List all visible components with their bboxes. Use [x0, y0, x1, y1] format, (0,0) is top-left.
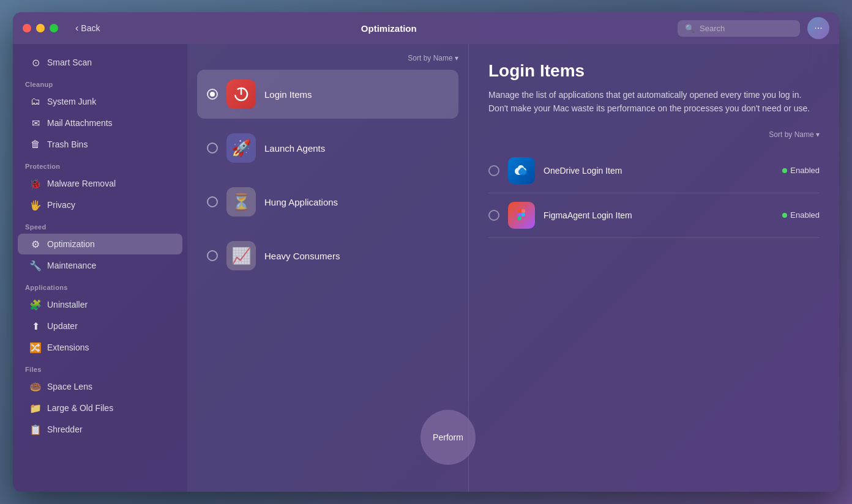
sidebar-item-large-old-files[interactable]: 📁 Large & Old Files — [18, 398, 182, 418]
sidebar-item-shredder[interactable]: 📋 Shredder — [18, 419, 182, 440]
detail-title: Login Items — [488, 61, 820, 81]
sidebar-item-malware-removal[interactable]: 🐞 Malware Removal — [18, 173, 182, 194]
maximize-button[interactable] — [50, 24, 58, 32]
trash-icon: 🗑 — [30, 139, 41, 150]
onedrive-status-label: Enabled — [790, 166, 820, 175]
uninstaller-icon: 🧩 — [30, 299, 41, 310]
main-panel: Sort by Name ▾ Login Items — [187, 44, 839, 492]
login-items-label: Login Items — [264, 89, 312, 100]
sidebar-item-label: Mail Attachments — [47, 118, 113, 128]
hung-apps-label: Hung Applications — [264, 197, 338, 207]
sidebar-item-smart-scan[interactable]: ⊙ Smart Scan — [18, 52, 182, 73]
sidebar-item-label: Trash Bins — [47, 139, 88, 149]
launch-agents-label: Launch Agents — [264, 143, 325, 154]
shredder-icon: 📋 — [30, 424, 41, 435]
figma-name: FigmaAgent Login Item — [544, 210, 774, 220]
optimization-icon: ⚙ — [30, 239, 41, 250]
traffic-lights — [23, 24, 58, 32]
system-junk-icon: 🗂 — [30, 96, 41, 107]
onedrive-icon — [508, 157, 535, 184]
list-item-heavy-consumers[interactable]: 📈 Heavy Consumers — [197, 231, 458, 280]
onedrive-radio[interactable] — [488, 165, 499, 176]
list-sort-bar[interactable]: Sort by Name ▾ — [197, 54, 458, 62]
sidebar-item-label: Privacy — [47, 200, 75, 210]
search-bar[interactable]: 🔍 — [678, 20, 800, 37]
figma-radio[interactable] — [488, 210, 499, 221]
sidebar-item-privacy[interactable]: 🖐 Privacy — [18, 195, 182, 215]
heavy-consumers-icon: 📈 — [226, 241, 256, 270]
login-items-radio[interactable] — [207, 89, 218, 100]
window-title: Optimization — [107, 23, 670, 34]
back-button[interactable]: ‹ Back — [75, 23, 100, 34]
sidebar-item-label: Large & Old Files — [47, 403, 113, 413]
detail-sort-bar[interactable]: Sort by Name ▾ — [488, 130, 820, 139]
sidebar-item-extensions[interactable]: 🔀 Extensions — [18, 337, 182, 358]
onedrive-status-dot — [782, 168, 787, 173]
sidebar-item-label: Uninstaller — [47, 300, 88, 309]
avatar-icon: ··· — [814, 23, 822, 34]
sidebar-section-files: Files — [13, 358, 187, 376]
sidebar-item-label: Smart Scan — [47, 57, 92, 67]
list-item-launch-agents[interactable]: 🚀 Launch Agents — [197, 124, 458, 172]
privacy-icon: 🖐 — [30, 199, 41, 210]
malware-icon: 🐞 — [30, 178, 41, 189]
titlebar: ‹ Back Optimization 🔍 ··· — [13, 12, 839, 44]
sidebar-item-label: Shredder — [47, 424, 83, 434]
hung-apps-icon: ⏳ — [226, 187, 256, 217]
smart-scan-icon: ⊙ — [30, 57, 41, 68]
sidebar-section-applications: Applications — [13, 276, 187, 294]
search-icon: 🔍 — [685, 24, 695, 33]
sidebar-item-optimization[interactable]: ⚙ Optimization — [18, 234, 182, 254]
sidebar-item-label: Maintenance — [47, 261, 96, 270]
minimize-button[interactable] — [36, 24, 45, 32]
figma-status-dot — [782, 213, 787, 218]
sidebar-section-speed: Speed — [13, 216, 187, 233]
sidebar-item-maintenance[interactable]: 🔧 Maintenance — [18, 255, 182, 276]
sidebar-item-space-lens[interactable]: 🍩 Space Lens — [18, 376, 182, 397]
heavy-consumers-radio[interactable] — [207, 250, 218, 261]
figma-status-label: Enabled — [790, 210, 820, 220]
hung-apps-radio[interactable] — [207, 196, 218, 207]
onedrive-name: OneDrive Login Item — [544, 166, 774, 176]
detail-description: Manage the list of applications that get… — [488, 88, 820, 116]
sidebar-item-updater[interactable]: ⬆ Updater — [18, 316, 182, 336]
avatar-button[interactable]: ··· — [807, 17, 829, 39]
sidebar-item-system-junk[interactable]: 🗂 System Junk — [18, 91, 182, 112]
svg-rect-4 — [518, 213, 521, 217]
launch-agents-radio[interactable] — [207, 143, 218, 154]
svg-rect-3 — [521, 209, 525, 213]
sidebar-item-label: Optimization — [47, 239, 95, 249]
list-sort-label: Sort by Name ▾ — [408, 54, 458, 62]
list-item-hung-applications[interactable]: ⏳ Hung Applications — [197, 177, 458, 226]
login-item-figma[interactable]: FigmaAgent Login Item Enabled — [488, 193, 820, 238]
sidebar-item-label: Space Lens — [47, 382, 92, 391]
sidebar-item-mail-attachments[interactable]: ✉ Mail Attachments — [18, 113, 182, 133]
perform-button[interactable]: Perform — [420, 410, 476, 465]
figma-status: Enabled — [782, 210, 820, 220]
heavy-consumers-label: Heavy Consumers — [264, 251, 340, 261]
space-lens-icon: 🍩 — [30, 381, 41, 392]
login-items-icon — [226, 80, 256, 109]
svg-rect-5 — [518, 217, 521, 220]
sidebar-item-label: Updater — [47, 321, 78, 331]
large-files-icon: 📁 — [30, 402, 41, 413]
sidebar-item-label: Malware Removal — [47, 179, 116, 188]
sidebar-item-trash-bins[interactable]: 🗑 Trash Bins — [18, 134, 182, 155]
search-input[interactable] — [700, 24, 785, 33]
detail-sort-label: Sort by Name ▾ — [769, 130, 820, 139]
close-button[interactable] — [23, 24, 31, 32]
svg-point-6 — [521, 213, 525, 217]
login-item-onedrive[interactable]: OneDrive Login Item Enabled — [488, 149, 820, 193]
sidebar-item-uninstaller[interactable]: 🧩 Uninstaller — [18, 294, 182, 315]
list-item-login-items[interactable]: Login Items — [197, 70, 458, 119]
figma-icon — [508, 202, 535, 229]
perform-label: Perform — [433, 432, 463, 442]
sidebar-item-label: Extensions — [47, 343, 89, 352]
detail-panel: Login Items Manage the list of applicati… — [469, 44, 839, 492]
maintenance-icon: 🔧 — [30, 260, 41, 271]
sidebar: ⊙ Smart Scan Cleanup 🗂 System Junk ✉ Mai… — [13, 44, 187, 492]
svg-rect-2 — [518, 209, 521, 213]
extensions-icon: 🔀 — [30, 342, 41, 353]
sidebar-section-protection: Protection — [13, 155, 187, 172]
sidebar-item-label: System Junk — [47, 97, 96, 106]
